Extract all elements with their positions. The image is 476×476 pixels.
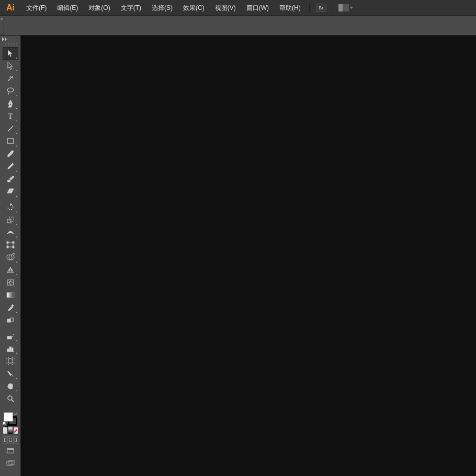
divider [309, 3, 310, 13]
pencil-tool[interactable] [3, 160, 18, 173]
fill-swatch[interactable] [4, 412, 13, 422]
paintbrush-tool[interactable] [3, 148, 18, 160]
menu-object[interactable]: 对象(O) [83, 0, 115, 16]
selection-tool[interactable] [3, 47, 18, 60]
free-transform-tool[interactable] [3, 239, 18, 251]
perspective-grid-tool[interactable] [3, 264, 18, 276]
svg-point-23 [8, 396, 12, 400]
draw-behind[interactable] [8, 436, 13, 444]
width-tool[interactable] [3, 226, 18, 239]
tools-panel-grip[interactable] [3, 43, 18, 46]
bridge-button[interactable]: Br [316, 4, 326, 12]
color-mode-gradient[interactable] [8, 427, 13, 434]
magic-wand-tool[interactable] [3, 72, 18, 85]
blend-tool[interactable] [3, 314, 18, 326]
menu-view[interactable]: 视图(V) [210, 0, 241, 16]
shape-builder-tool[interactable] [3, 251, 18, 264]
color-mode-none[interactable] [13, 427, 18, 434]
menu-edit[interactable]: 编辑(E) [52, 0, 83, 16]
rectangle-tool[interactable] [3, 135, 18, 148]
artboard-tool[interactable] [3, 355, 18, 367]
svg-rect-20 [12, 348, 13, 352]
gradient-tool[interactable] [3, 289, 18, 301]
svg-rect-2 [7, 139, 14, 143]
svg-line-24 [12, 400, 14, 402]
line-segment-tool[interactable] [3, 122, 18, 135]
color-mode-buttons [3, 427, 18, 434]
eraser-tool[interactable] [3, 185, 18, 198]
svg-rect-9 [7, 246, 8, 248]
draw-inside[interactable] [13, 436, 18, 444]
direct-selection-tool[interactable] [3, 60, 18, 72]
mesh-tool[interactable] [3, 276, 18, 289]
fill-stroke-control[interactable]: ⤺ [3, 411, 18, 427]
control-bar [0, 16, 476, 36]
menu-help[interactable]: 帮助(H) [274, 0, 306, 16]
scale-tool[interactable] [3, 213, 18, 226]
draw-mode-buttons [3, 436, 18, 444]
menubar: Ai 文件(F) 编辑(E) 对象(O) 文字(T) 选择(S) 效果(C) 视… [0, 0, 476, 16]
symbol-sprayer-tool[interactable] [3, 330, 18, 342]
svg-rect-10 [13, 246, 14, 248]
svg-rect-7 [7, 242, 8, 243]
screen-mode-button[interactable] [4, 446, 17, 456]
type-icon: T [8, 112, 13, 121]
blob-brush-tool[interactable] [3, 173, 18, 185]
svg-rect-16 [10, 318, 14, 321]
menu-items: 文件(F) 编辑(E) 对象(O) 文字(T) 选择(S) 效果(C) 视图(V… [21, 0, 306, 16]
svg-rect-26 [7, 448, 14, 450]
draw-normal[interactable] [3, 436, 8, 444]
svg-rect-27 [7, 461, 12, 466]
rotate-tool[interactable] [3, 201, 18, 213]
svg-rect-17 [7, 336, 12, 339]
tools-panel: T [0, 36, 21, 476]
menu-select[interactable]: 选择(S) [146, 0, 178, 16]
type-tool[interactable]: T [3, 110, 18, 122]
color-mode-solid[interactable] [3, 427, 8, 434]
pen-tool[interactable] [3, 97, 18, 110]
divider [333, 3, 333, 13]
app-logo: Ai [0, 3, 21, 13]
tools-expand-button[interactable] [0, 36, 20, 43]
svg-point-3 [7, 180, 10, 182]
menu-effect[interactable]: 效果(C) [178, 0, 210, 16]
svg-rect-28 [9, 460, 14, 464]
svg-rect-19 [9, 347, 11, 352]
menu-file[interactable]: 文件(F) [21, 0, 52, 16]
column-graph-tool[interactable] [3, 342, 18, 355]
svg-rect-18 [7, 349, 9, 352]
svg-rect-13 [7, 280, 14, 285]
canvas-area[interactable] [21, 36, 476, 476]
control-bar-grip[interactable] [0, 17, 4, 35]
screen-mode-cycle-button[interactable] [4, 458, 17, 469]
eyedropper-tool[interactable] [3, 301, 18, 314]
slice-tool[interactable] [3, 367, 18, 380]
zoom-tool[interactable] [3, 392, 18, 405]
svg-point-0 [7, 88, 14, 92]
svg-line-1 [8, 126, 13, 131]
hand-tool[interactable] [3, 380, 18, 392]
svg-rect-14 [7, 292, 14, 298]
menu-type[interactable]: 文字(T) [116, 0, 146, 16]
svg-rect-8 [13, 242, 14, 243]
default-fill-stroke-icon[interactable] [3, 422, 8, 427]
svg-rect-22 [8, 359, 13, 363]
svg-rect-15 [7, 319, 10, 322]
chevron-down-icon [350, 7, 353, 9]
workspace: T [0, 36, 476, 476]
layout-icon [338, 4, 349, 12]
menu-window[interactable]: 窗口(W) [241, 0, 274, 16]
arrange-documents-button[interactable] [336, 4, 355, 12]
lasso-tool[interactable] [3, 85, 18, 97]
